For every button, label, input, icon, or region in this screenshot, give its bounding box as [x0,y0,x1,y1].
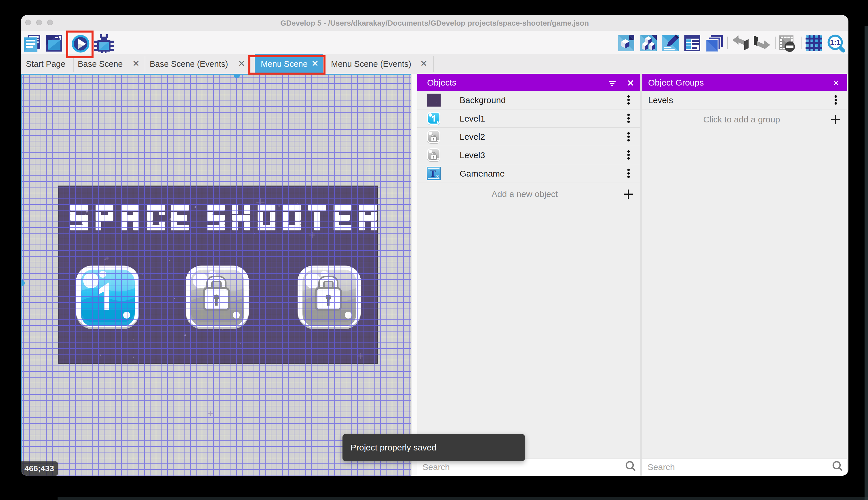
svg-text:x: x [436,173,439,179]
svg-text:T: T [430,168,436,179]
svg-text:1:1: 1:1 [830,38,840,46]
